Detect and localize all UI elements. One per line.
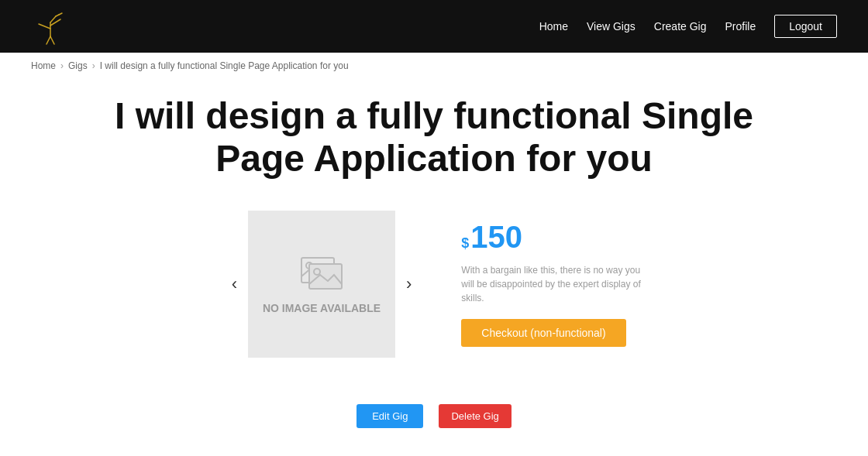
svg-line-0 xyxy=(46,36,50,44)
svg-line-5 xyxy=(50,16,56,22)
carousel-next-button[interactable]: › xyxy=(395,276,422,293)
gig-description: With a bargain like this, there is no wa… xyxy=(461,263,647,305)
no-image-text: NO IMAGE AVAILABLE xyxy=(263,301,381,315)
breadcrumb-separator-1: › xyxy=(60,60,64,71)
nav-home[interactable]: Home xyxy=(539,20,568,33)
navigation: Home View Gigs Create Gig Profile Logout xyxy=(539,15,837,38)
gig-row: ‹ NO IMAGE AVAILABLE › $ 150 With a b xyxy=(101,211,767,358)
carousel-prev-button[interactable]: ‹ xyxy=(221,276,248,293)
logo-icon xyxy=(31,7,70,46)
logo xyxy=(31,7,70,46)
main-content: I will design a fully functional Single … xyxy=(85,79,783,456)
breadcrumb: Home › Gigs › I will design a fully func… xyxy=(0,53,868,79)
nav-create-gig[interactable]: Create Gig xyxy=(654,20,707,33)
price-amount: 150 xyxy=(470,221,522,252)
checkout-button[interactable]: Checkout (non-functional) xyxy=(461,319,625,347)
nav-profile[interactable]: Profile xyxy=(725,20,756,33)
svg-line-1 xyxy=(50,36,54,44)
gig-details: $ 150 With a bargain like this, there is… xyxy=(422,221,647,347)
svg-line-3 xyxy=(39,24,50,29)
no-image-icon xyxy=(298,253,345,292)
edit-gig-button[interactable]: Edit Gig xyxy=(356,404,423,428)
price-symbol: $ xyxy=(461,235,469,252)
delete-gig-button[interactable]: Delete Gig xyxy=(439,404,511,428)
svg-rect-10 xyxy=(309,264,342,289)
breadcrumb-current: I will design a fully functional Single … xyxy=(100,60,349,71)
breadcrumb-separator-2: › xyxy=(92,60,95,71)
breadcrumb-home[interactable]: Home xyxy=(31,60,56,71)
breadcrumb-gigs[interactable]: Gigs xyxy=(68,60,88,71)
header: Home View Gigs Create Gig Profile Logout xyxy=(0,0,868,53)
price-row: $ 150 xyxy=(461,221,522,252)
action-buttons: Edit Gig Delete Gig xyxy=(101,404,767,428)
svg-line-7 xyxy=(59,13,62,15)
gig-title: I will design a fully functional Single … xyxy=(101,94,767,180)
gig-image-placeholder: NO IMAGE AVAILABLE xyxy=(248,211,395,358)
nav-view-gigs[interactable]: View Gigs xyxy=(587,20,636,33)
logout-button[interactable]: Logout xyxy=(774,15,837,38)
